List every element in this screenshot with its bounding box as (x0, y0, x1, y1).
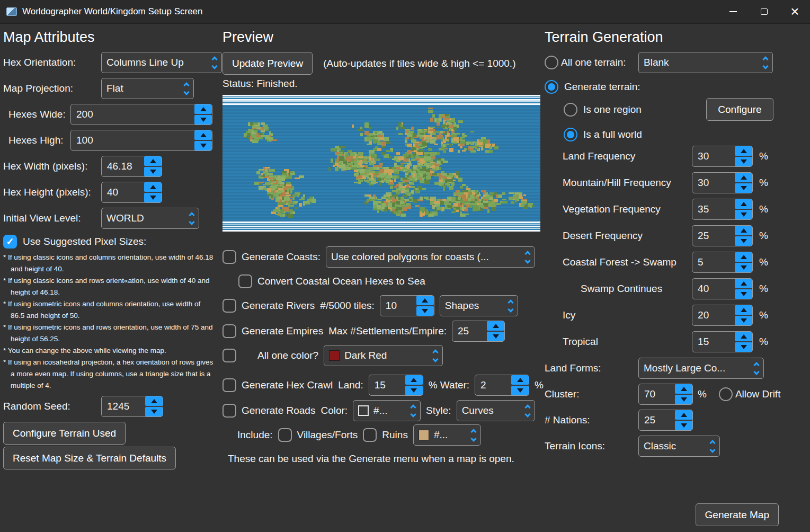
decrement-button[interactable] (735, 263, 752, 272)
decrement-button[interactable] (416, 306, 434, 316)
villages-forts-checkbox[interactable] (278, 428, 292, 442)
coasts-style-select[interactable]: Use colored polygons for coasts (... (326, 246, 535, 268)
increment-button[interactable] (416, 296, 434, 305)
decrement-button[interactable] (735, 342, 752, 352)
reset-map-defaults-button[interactable]: Reset Map Size & Terrain Defaults (3, 447, 176, 469)
generate-rivers-checkbox[interactable] (222, 299, 236, 313)
generate-empires-checkbox[interactable] (222, 324, 236, 338)
increment-button[interactable] (145, 396, 163, 406)
increment-button[interactable] (511, 375, 529, 385)
increment-button[interactable] (405, 375, 423, 385)
decrement-button[interactable] (194, 141, 212, 150)
empire-color-select[interactable]: Dark Red (324, 345, 443, 366)
icy-spinner[interactable]: 20 (692, 305, 753, 326)
configure-region-button[interactable]: Configure (706, 98, 773, 121)
increment-button[interactable] (144, 182, 162, 192)
generate-roads-checkbox[interactable] (222, 404, 236, 418)
decrement-button[interactable] (144, 167, 162, 176)
decrement-button[interactable] (194, 115, 212, 125)
increment-button[interactable] (735, 226, 752, 235)
convert-coastal-checkbox[interactable] (238, 274, 252, 288)
decrement-button[interactable] (405, 386, 423, 395)
all-one-terrain-select[interactable]: Blank (638, 52, 773, 73)
chevron-updown-icon (467, 430, 476, 441)
increment-button[interactable] (735, 279, 752, 288)
map-projection-label: Map Projection: (3, 83, 99, 94)
is-full-world-radio[interactable] (564, 128, 577, 141)
increment-button[interactable] (675, 410, 692, 420)
decrement-button[interactable] (735, 157, 752, 166)
hexes-wide-spinner[interactable]: 200 (70, 104, 212, 125)
roads-style-select[interactable]: Curves (457, 400, 535, 421)
increment-button[interactable] (735, 199, 752, 209)
update-preview-button[interactable]: Update Preview (222, 52, 313, 75)
initial-view-select[interactable]: WORLD (101, 208, 199, 229)
increment-button[interactable] (675, 384, 692, 394)
increment-button[interactable] (735, 332, 752, 341)
land-forms-select[interactable]: Mostly Large Co... (638, 358, 764, 379)
generate-hex-crawl-checkbox[interactable] (222, 378, 236, 392)
tropical-spinner[interactable]: 15 (692, 331, 753, 352)
terrain-icons-select[interactable]: Classic (638, 436, 720, 457)
all-one-color-checkbox[interactable] (222, 349, 236, 362)
generate-map-button[interactable]: Generate Map (696, 503, 779, 526)
decrement-button[interactable] (735, 183, 752, 193)
is-one-region-radio[interactable] (564, 103, 577, 117)
mountain-frequency-spinner[interactable]: 30 (692, 172, 753, 193)
vegetation-frequency-spinner[interactable]: 35 (692, 199, 753, 220)
increment-button[interactable] (194, 130, 212, 140)
increment-button[interactable] (735, 173, 752, 182)
coastal-swamp-spinner[interactable]: 5 (692, 252, 753, 273)
titlebar[interactable]: Worldographer World/Kingdom Setup Screen (0, 0, 810, 24)
mountain-frequency-label: Mountain/Hill Frequency (563, 177, 692, 189)
increment-button[interactable] (487, 321, 504, 331)
decrement-button[interactable] (735, 316, 752, 325)
roads-color-select[interactable]: #... (353, 400, 421, 421)
close-button[interactable] (779, 0, 810, 24)
decrement-button[interactable] (675, 395, 692, 404)
decrement-button[interactable] (144, 193, 162, 202)
decrement-button[interactable] (145, 407, 163, 416)
allow-drift-checkbox[interactable] (719, 387, 733, 401)
configure-terrain-used-button[interactable]: Configure Terrain Used (3, 422, 126, 445)
vegetation-frequency-value: 35 (692, 199, 735, 219)
desert-frequency-spinner[interactable]: 25 (692, 225, 753, 246)
increment-button[interactable] (735, 146, 752, 156)
rivers-style-select[interactable]: Shapes (440, 295, 518, 316)
random-seed-spinner[interactable]: 1245 (101, 396, 163, 417)
hex-orientation-select[interactable]: Columns Line Up (101, 52, 222, 73)
minimize-button[interactable] (718, 0, 749, 24)
generate-terrain-radio[interactable] (545, 80, 558, 94)
generate-coasts-checkbox[interactable] (222, 250, 236, 264)
decrement-button[interactable] (511, 386, 529, 395)
ruins-checkbox[interactable] (363, 428, 377, 442)
increment-button[interactable] (735, 252, 752, 262)
hex-crawl-land-spinner[interactable]: 15 (369, 375, 423, 396)
increment-button[interactable] (194, 104, 212, 114)
map-projection-select[interactable]: Flat (101, 78, 194, 99)
hex-width-spinner[interactable]: 46.18 (101, 156, 162, 177)
hexes-high-spinner[interactable]: 100 (70, 130, 212, 151)
increment-button[interactable] (735, 305, 752, 315)
decrement-button[interactable] (735, 210, 752, 219)
rivers-count-spinner[interactable]: 10 (380, 295, 434, 316)
hex-height-spinner[interactable]: 40 (101, 182, 162, 203)
increment-button[interactable] (144, 156, 162, 166)
generate-roads-label: Generate Roads (242, 405, 315, 416)
hex-height-value: 40 (102, 182, 144, 202)
include-color-select[interactable]: #... (413, 424, 481, 446)
coastal-swamp-value: 5 (692, 252, 735, 272)
swamp-continues-spinner[interactable]: 40 (692, 278, 753, 299)
decrement-button[interactable] (487, 332, 504, 341)
cluster-spinner[interactable]: 70 (638, 384, 693, 405)
all-one-terrain-radio[interactable] (545, 56, 558, 69)
decrement-button[interactable] (675, 421, 692, 430)
land-frequency-spinner[interactable]: 30 (692, 146, 753, 167)
decrement-button[interactable] (735, 289, 752, 299)
nations-spinner[interactable]: 25 (638, 410, 693, 431)
max-settlements-spinner[interactable]: 25 (452, 321, 505, 342)
hex-crawl-water-spinner[interactable]: 2 (475, 375, 529, 396)
use-suggested-checkbox[interactable] (3, 235, 17, 249)
decrement-button[interactable] (735, 236, 752, 246)
maximize-button[interactable] (749, 0, 779, 24)
